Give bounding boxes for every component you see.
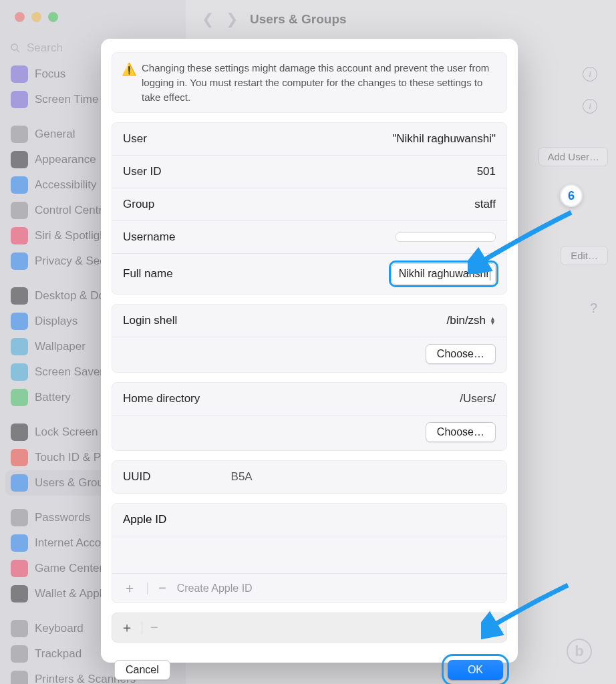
- home-label: Home directory: [123, 392, 200, 405]
- ok-button-highlight: OK: [446, 659, 504, 681]
- appleid-add-button[interactable]: ＋: [120, 579, 139, 597]
- user-value: Nikhil raghuwanshi: [392, 132, 496, 146]
- user-label: User: [123, 132, 147, 146]
- userid-label: User ID: [123, 165, 162, 178]
- updown-icon: ▲▼: [490, 317, 496, 325]
- shell-card: Login shell /bin/zsh ▲▼ Choose…: [112, 304, 507, 373]
- choose-shell-button[interactable]: Choose…: [426, 344, 496, 364]
- appleid-card: Apple ID ＋ − Create Apple ID: [112, 503, 507, 603]
- create-appleid-label: Create Apple ID: [177, 582, 253, 594]
- alias-add-button[interactable]: ＋: [120, 619, 134, 637]
- ok-button[interactable]: OK: [448, 660, 503, 680]
- uuid-label: UUID: [123, 470, 151, 484]
- home-card: Home directory /Users/ Choose…: [112, 382, 507, 451]
- home-value: /Users/: [460, 392, 496, 405]
- username-label: Username: [123, 230, 175, 244]
- appleid-remove-button: −: [156, 580, 169, 596]
- annotation-badge-6: 6: [560, 184, 583, 207]
- shell-value: /bin/zsh: [446, 314, 486, 327]
- userid-value: 501: [477, 165, 496, 178]
- warning-banner: ⚠️ Changing these settings might damage …: [112, 52, 507, 113]
- identity-card: User Nikhil raghuwanshi User ID 501 Grou…: [112, 122, 507, 295]
- choose-home-button[interactable]: Choose…: [426, 422, 496, 442]
- cancel-button[interactable]: Cancel: [114, 660, 170, 680]
- advanced-user-sheet: ⚠️ Changing these settings might damage …: [101, 39, 518, 663]
- group-label: Group: [123, 198, 154, 211]
- fullname-field[interactable]: Nikhil raghuwanshi: [392, 263, 496, 285]
- aliases-bar: ＋ −: [112, 613, 507, 643]
- uuid-value: B5A: [231, 470, 253, 484]
- watermark-icon: b: [567, 639, 592, 664]
- warning-icon: ⚠️: [122, 61, 136, 78]
- fullname-label: Full name: [123, 267, 173, 281]
- shell-select[interactable]: /bin/zsh ▲▼: [446, 314, 496, 327]
- shell-label: Login shell: [123, 314, 177, 327]
- username-field[interactable]: [396, 232, 496, 242]
- warning-text: Changing these settings might damage thi…: [142, 62, 489, 103]
- appleid-label: Apple ID: [112, 504, 506, 536]
- alias-remove-button: −: [150, 620, 158, 635]
- group-value: staff: [474, 198, 496, 211]
- uuid-card: UUID B5A: [112, 460, 507, 494]
